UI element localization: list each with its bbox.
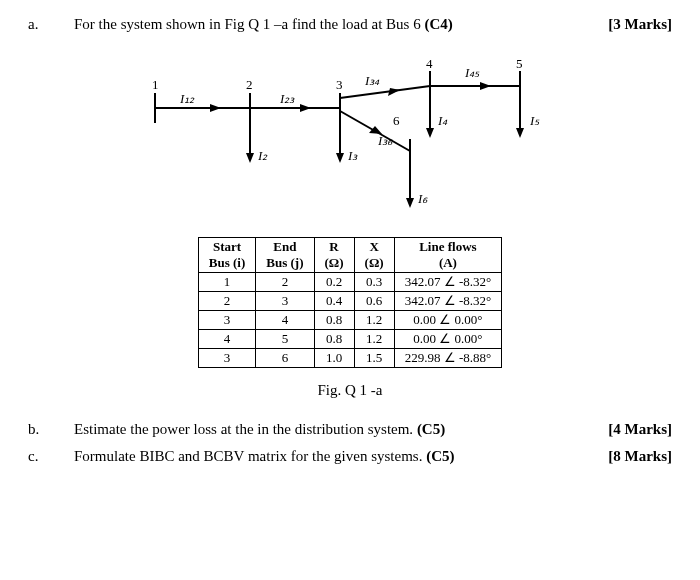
question-b: b. Estimate the power loss at the in the… [28,421,672,438]
col-end: End Bus (j) [256,238,314,273]
label-I12: I₁₂ [180,91,194,107]
marks-c: [8 Marks] [608,448,672,465]
table-cell: 3 [256,292,314,311]
col-lf-a: Line flows [405,239,492,255]
col-x-b: (Ω) [365,255,384,271]
table-cell: 4 [198,330,255,349]
marks-b: [4 Marks] [608,421,672,438]
marks-a: [3 Marks] [608,16,672,33]
label-I3: I₃ [348,148,357,164]
text-c: Formulate BIBC and BCBV matrix for the g… [74,448,588,465]
label-c: c. [28,448,54,465]
text-b: Estimate the power loss at the in the di… [74,421,588,438]
label-I45: I₄₅ [465,65,479,81]
table-cell: 5 [256,330,314,349]
table-cell: 0.00 ∠ 0.00° [394,311,502,330]
label-a: a. [28,16,54,33]
table-row: 361.01.5229.98 ∠ -8.88° [198,349,501,368]
col-end-b: Bus (j) [266,255,303,271]
col-r-a: R [325,239,344,255]
table-cell: 0.3 [354,273,394,292]
table-cell: 342.07 ∠ -8.32° [394,292,502,311]
table-cell: 1.2 [354,330,394,349]
label-b: b. [28,421,54,438]
text-a: For the system shown in Fig Q 1 –a find … [74,16,588,33]
col-lf-b: (A) [405,255,492,271]
text-c-bold: (C5) [426,448,454,464]
svg-marker-24 [516,128,524,138]
table-body: 120.20.3342.07 ∠ -8.32°230.40.6342.07 ∠ … [198,273,501,368]
svg-marker-22 [336,153,344,163]
question-a: a. For the system shown in Fig Q 1 –a fi… [28,16,672,33]
col-start-a: Start [209,239,245,255]
svg-marker-11 [210,104,221,112]
table-cell: 3 [198,311,255,330]
table-row: 120.20.3342.07 ∠ -8.32° [198,273,501,292]
text-b-pre: Estimate the power loss at the in the di… [74,421,417,437]
table-cell: 0.6 [354,292,394,311]
text-b-bold: (C5) [417,421,445,437]
table-cell: 0.00 ∠ 0.00° [394,330,502,349]
bus-diagram: 1 2 3 4 5 6 I₁₂ I₂₃ I₃₄ I₄₅ I₃₆ I₂ I₃ I₄… [110,53,590,223]
text-a-pre: For the system shown in Fig Q 1 –a find … [74,16,424,32]
node-2: 2 [246,77,253,93]
table-row: 340.81.20.00 ∠ 0.00° [198,311,501,330]
table-cell: 342.07 ∠ -8.32° [394,273,502,292]
node-1: 1 [152,77,159,93]
label-I5: I₅ [530,113,539,129]
node-5: 5 [516,56,523,72]
table-cell: 1.0 [314,349,354,368]
col-x-a: X [365,239,384,255]
svg-marker-21 [246,153,254,163]
table-cell: 229.98 ∠ -8.88° [394,349,502,368]
figure-caption: Fig. Q 1 -a [28,382,672,399]
label-I4: I₄ [438,113,447,129]
svg-marker-12 [300,104,311,112]
svg-marker-25 [406,198,414,208]
col-start-b: Bus (i) [209,255,245,271]
label-I6: I₆ [418,191,427,207]
table-head: Start Bus (i) End Bus (j) R (Ω) X (Ω) Li… [198,238,501,273]
table-cell: 1.2 [354,311,394,330]
col-r-b: (Ω) [325,255,344,271]
table-cell: 6 [256,349,314,368]
col-start: Start Bus (i) [198,238,255,273]
node-4: 4 [426,56,433,72]
table-cell: 0.8 [314,311,354,330]
table-row: 450.81.20.00 ∠ 0.00° [198,330,501,349]
table-cell: 1.5 [354,349,394,368]
label-I23: I₂₃ [280,91,294,107]
node-3: 3 [336,77,343,93]
label-I2: I₂ [258,148,267,164]
table-cell: 0.8 [314,330,354,349]
node-6: 6 [393,113,400,129]
line-data-table: Start Bus (i) End Bus (j) R (Ω) X (Ω) Li… [198,237,502,368]
col-r: R (Ω) [314,238,354,273]
col-x: X (Ω) [354,238,394,273]
label-I36: I₃₆ [378,133,392,149]
table-cell: 2 [256,273,314,292]
label-I34: I₃₄ [365,73,379,89]
table-cell: 2 [198,292,255,311]
text-c-pre: Formulate BIBC and BCBV matrix for the g… [74,448,426,464]
svg-line-8 [340,86,430,98]
svg-marker-23 [426,128,434,138]
table-cell: 0.2 [314,273,354,292]
table-row: 230.40.6342.07 ∠ -8.32° [198,292,501,311]
svg-marker-13 [388,88,400,96]
table-cell: 1 [198,273,255,292]
col-lf: Line flows (A) [394,238,502,273]
question-c: c. Formulate BIBC and BCBV matrix for th… [28,448,672,465]
col-end-a: End [266,239,303,255]
table-cell: 0.4 [314,292,354,311]
text-a-bold: (C4) [424,16,452,32]
diagram-svg [110,53,590,223]
table-cell: 4 [256,311,314,330]
table-cell: 3 [198,349,255,368]
svg-marker-14 [480,82,491,90]
